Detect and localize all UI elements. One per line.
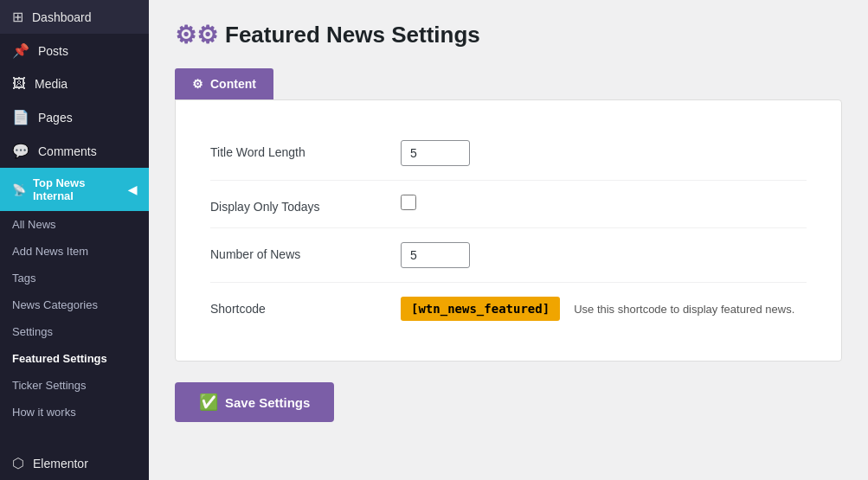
- elementor-icon: ⬡: [12, 455, 24, 471]
- chevron-icon: ◀: [128, 183, 137, 196]
- rss-icon: 📡: [12, 183, 26, 196]
- sidebar-item-how-it-works[interactable]: How it works: [0, 399, 149, 426]
- shortcode-badge[interactable]: [wtn_news_featured]: [401, 297, 560, 321]
- sidebar-nav-item-pages[interactable]: 📄 Pages: [0, 100, 149, 134]
- sidebar-item-all-news[interactable]: All News: [0, 211, 149, 238]
- main-content: ⚙⚙ Featured News Settings ⚙ Content Titl…: [149, 0, 868, 480]
- field-shortcode: Shortcode [wtn_news_featured] Use this s…: [210, 283, 807, 335]
- field-title-word-length: Title Word Length: [210, 126, 807, 181]
- sidebar-label-dashboard: Dashboard: [32, 10, 92, 24]
- control-display-only-todays: [401, 195, 416, 210]
- comments-icon: 💬: [12, 143, 29, 159]
- input-title-word-length[interactable]: [401, 140, 470, 166]
- page-title: ⚙⚙ Featured News Settings: [175, 21, 842, 49]
- sidebar-item-add-news-item[interactable]: Add News Item: [0, 238, 149, 265]
- pages-icon: 📄: [12, 109, 29, 125]
- checkbox-display-only-todays[interactable]: [401, 195, 416, 210]
- tab-bar: ⚙ Content: [175, 68, 842, 99]
- sidebar-item-settings[interactable]: Settings: [0, 318, 149, 345]
- field-display-only-todays: Display Only Todays: [210, 181, 807, 228]
- sidebar-nav-item-dashboard[interactable]: ⊞ Dashboard: [0, 0, 149, 34]
- control-number-of-news: [401, 242, 470, 268]
- label-display-only-todays: Display Only Todays: [210, 195, 383, 214]
- control-title-word-length: [401, 140, 470, 166]
- sidebar: ⊞ Dashboard 📌 Posts 🖼 Media 📄 Pages 💬 Co…: [0, 0, 149, 480]
- label-shortcode: Shortcode: [210, 297, 383, 316]
- sidebar-label-pages: Pages: [38, 111, 73, 125]
- sidebar-label-comments: Comments: [38, 144, 97, 158]
- shortcode-description: Use this shortcode to display featured n…: [574, 303, 794, 316]
- sidebar-label-media: Media: [35, 77, 68, 91]
- sidebar-item-ticker-settings[interactable]: Ticker Settings: [0, 372, 149, 399]
- checkmark-icon: ✅: [199, 393, 218, 412]
- sidebar-nav-item-elementor[interactable]: ⬡ Elementor: [0, 446, 149, 480]
- posts-icon: 📌: [12, 42, 29, 59]
- label-number-of-news: Number of News: [210, 242, 383, 261]
- tab-content-icon: ⚙: [192, 77, 203, 91]
- settings-panel: Title Word Length Display Only Todays Nu…: [175, 99, 842, 362]
- label-title-word-length: Title Word Length: [210, 140, 383, 159]
- sidebar-nav-item-comments[interactable]: 💬 Comments: [0, 134, 149, 168]
- control-shortcode: [wtn_news_featured] Use this shortcode t…: [401, 297, 794, 321]
- sidebar-label-posts: Posts: [38, 44, 68, 58]
- media-icon: 🖼: [12, 76, 26, 92]
- field-number-of-news: Number of News: [210, 228, 807, 283]
- gear-icon: ⚙⚙: [175, 21, 218, 49]
- tab-content[interactable]: ⚙ Content: [175, 68, 273, 99]
- sidebar-item-tags[interactable]: Tags: [0, 265, 149, 291]
- sidebar-item-featured-settings[interactable]: Featured Settings: [0, 345, 149, 372]
- save-settings-button[interactable]: ✅ Save Settings: [175, 382, 334, 422]
- sidebar-nav-item-posts[interactable]: 📌 Posts: [0, 34, 149, 67]
- plugin-section-header: 📡 Top News Internal ◀: [0, 168, 149, 211]
- sidebar-item-news-categories[interactable]: News Categories: [0, 291, 149, 318]
- dashboard-icon: ⊞: [12, 9, 23, 25]
- input-number-of-news[interactable]: [401, 242, 470, 268]
- sidebar-nav-item-media[interactable]: 🖼 Media: [0, 67, 149, 100]
